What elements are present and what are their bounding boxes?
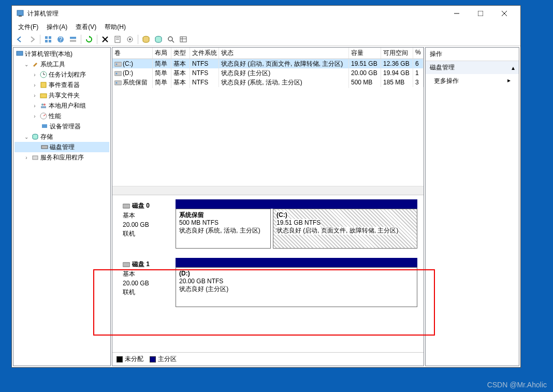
disk-icon-a[interactable] [140, 34, 152, 45]
disk-header-bar [176, 199, 417, 209]
svg-rect-41 [41, 146, 48, 149]
disk-row: 磁盘 0基本20.00 GB联机系统保留500 MB NTFS状态良好 (系统,… [119, 199, 417, 249]
storage-icon [31, 133, 39, 141]
collapse-arrow-icon: ▴ [512, 64, 515, 71]
maximize-button[interactable] [469, 6, 492, 21]
volume-row[interactable]: (D:)简单基本NTFS状态良好 (主分区)20.00 GB19.94 GB1 [112, 68, 424, 78]
app-icon [16, 9, 24, 18]
svg-rect-7 [49, 36, 51, 39]
svg-point-44 [116, 64, 118, 65]
expand-icon[interactable]: › [31, 72, 38, 78]
legend: 未分配 主分区 [112, 352, 424, 366]
settings-icon[interactable] [124, 34, 136, 45]
disk-icon-b[interactable] [153, 34, 164, 45]
svg-point-20 [129, 38, 131, 40]
expand-icon[interactable]: › [31, 93, 38, 98]
computer-icon [16, 50, 24, 58]
disk-icon [123, 203, 130, 209]
view-mode-icon[interactable] [67, 34, 79, 45]
collapse-icon[interactable]: ⌄ [23, 134, 30, 140]
disk-info[interactable]: 磁盘 1基本20.00 GB联机 [119, 258, 176, 307]
collapse-icon[interactable]: ⌄ [23, 62, 30, 67]
minimize-button[interactable] [445, 6, 469, 21]
svg-point-35 [43, 104, 46, 106]
legend-unallocated: 未分配 [117, 355, 143, 364]
partition[interactable]: 系统保留500 MB NTFS状态良好 (系统, 活动, 主分区) [176, 209, 271, 249]
device-icon [40, 122, 49, 130]
table-icon[interactable] [178, 34, 189, 45]
svg-rect-33 [40, 94, 47, 98]
tree-perf[interactable]: ›性能 [14, 111, 109, 121]
menu-help[interactable]: 帮助(H) [100, 22, 130, 33]
expand-icon[interactable]: › [23, 155, 30, 161]
col-layout[interactable]: 布局 [153, 48, 171, 59]
svg-point-23 [168, 37, 172, 41]
svg-line-24 [172, 40, 174, 42]
partition[interactable]: (D:)20.00 GB NTFS状态良好 (主分区) [176, 267, 417, 307]
actions-sub[interactable]: 磁盘管理▴ [426, 61, 519, 75]
tree-systools[interactable]: ⌄系统工具 [14, 59, 109, 69]
svg-rect-8 [45, 40, 48, 42]
tree-localusers[interactable]: ›本地用户和组 [14, 100, 109, 111]
tree-storage[interactable]: ⌄存储 [14, 132, 109, 142]
tree-devicemgr[interactable]: 设备管理器 [14, 121, 109, 132]
svg-rect-36 [41, 106, 46, 108]
tree-tasksched[interactable]: ›任务计划程序 [14, 69, 109, 80]
menu-file[interactable]: 文件(F) [14, 22, 42, 33]
svg-rect-28 [17, 51, 23, 55]
col-status[interactable]: 状态 [219, 48, 349, 59]
refresh-icon[interactable] [83, 34, 95, 45]
action-more[interactable]: 更多操作▸ [426, 75, 519, 88]
delete-icon[interactable] [99, 34, 111, 45]
col-volume[interactable]: 卷 [112, 48, 153, 59]
col-type[interactable]: 类型 [171, 48, 190, 59]
expand-icon[interactable]: › [31, 103, 38, 109]
tree-eventviewer[interactable]: ›事件查看器 [14, 80, 109, 90]
volume-list: 卷 布局 类型 文件系统 状态 容量 可用空间 % (C:)简单基本NTFS状态… [112, 48, 424, 195]
tree-root[interactable]: 计算机管理(本地) [14, 49, 109, 59]
svg-point-34 [41, 104, 43, 106]
svg-point-48 [116, 82, 118, 83]
svg-point-46 [116, 73, 118, 75]
svg-rect-12 [70, 37, 76, 39]
expand-icon[interactable]: › [31, 82, 38, 88]
close-button[interactable] [492, 6, 516, 21]
expand-icon[interactable]: › [31, 113, 38, 119]
help-icon[interactable]: ? [55, 34, 66, 45]
disk-info[interactable]: 磁盘 0基本20.00 GB联机 [119, 199, 176, 249]
col-capacity[interactable]: 容量 [349, 48, 381, 59]
col-fs[interactable]: 文件系统 [190, 48, 219, 59]
svg-rect-25 [180, 37, 186, 42]
hscrollbar[interactable] [112, 186, 424, 195]
search-icon[interactable] [165, 34, 177, 45]
tree-diskmgmt[interactable]: 磁盘管理 [14, 142, 109, 152]
tree-services[interactable]: ›服务和应用程序 [14, 152, 109, 163]
col-free[interactable]: 可用空间 [381, 48, 413, 59]
forward-button[interactable] [26, 34, 38, 45]
volume-row[interactable]: 系统保留简单基本NTFS状态良好 (系统, 活动, 主分区)500 MB185 … [112, 78, 424, 87]
properties-icon[interactable] [112, 34, 123, 45]
volume-row[interactable]: (C:)简单基本NTFS状态良好 (启动, 页面文件, 故障转储, 主分区)19… [112, 59, 424, 68]
disk-header-bar [176, 258, 417, 267]
col-percent[interactable]: % [413, 48, 424, 59]
users-icon [39, 101, 48, 110]
svg-rect-47 [114, 81, 122, 85]
menu-action[interactable]: 操作(A) [42, 22, 71, 33]
svg-rect-6 [45, 36, 48, 39]
main-area: 计算机管理(本地) ⌄系统工具 ›任务计划程序 ›事件查看器 ›共享文件夹 ›本… [12, 46, 520, 367]
back-button[interactable] [14, 34, 25, 45]
window-title: 计算机管理 [27, 9, 445, 18]
window: 计算机管理 文件(F) 操作(A) 查看(V) 帮助(H) ? [11, 5, 521, 368]
chevron-right-icon: ▸ [507, 77, 511, 85]
tree-sharedfolders[interactable]: ›共享文件夹 [14, 90, 109, 100]
window-controls [445, 6, 516, 21]
toolbar: ? [12, 33, 520, 46]
menubar: 文件(F) 操作(A) 查看(V) 帮助(H) [12, 21, 520, 33]
svg-rect-0 [17, 10, 23, 16]
clock-icon [39, 70, 48, 79]
svg-text:?: ? [59, 36, 63, 43]
partition[interactable]: (C:)19.51 GB NTFS状态良好 (启动, 页面文件, 故障转储, 主… [273, 209, 417, 249]
view-list-icon[interactable] [42, 34, 54, 45]
menu-view[interactable]: 查看(V) [71, 22, 100, 33]
volume-header: 卷 布局 类型 文件系统 状态 容量 可用空间 % [112, 48, 424, 59]
